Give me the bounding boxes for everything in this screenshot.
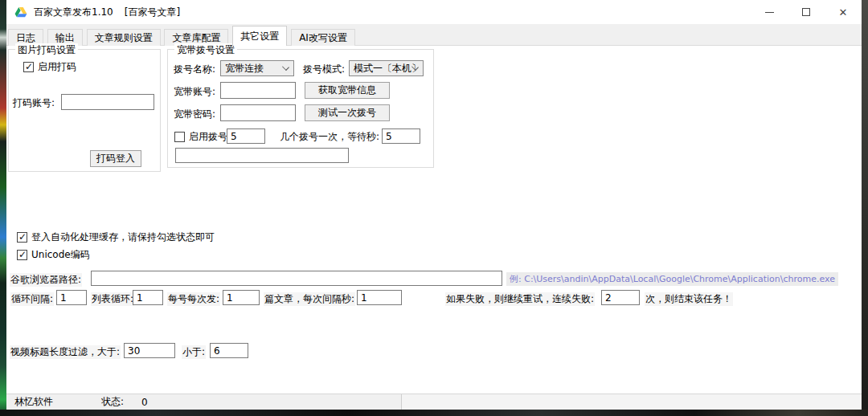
broadband-password-label: 宽带密码: xyxy=(173,108,216,121)
dial-mode-value: 模式一〔本机〕 xyxy=(354,62,421,75)
per-account-input[interactable] xyxy=(223,290,260,305)
window-subtitle: [百家号文章] xyxy=(125,6,180,19)
chrome-path-label: 谷歌浏览器路径: xyxy=(10,273,82,287)
test-dial-button[interactable]: 测试一次拨号 xyxy=(305,104,390,121)
dial-name-value: 宽带连接 xyxy=(225,62,264,75)
desktop-edge-bottom xyxy=(0,410,868,416)
dial-extra-input[interactable] xyxy=(175,148,349,163)
video-gt-input[interactable] xyxy=(124,343,175,358)
per-account-label: 每号每次发: xyxy=(167,292,220,306)
maximize-icon xyxy=(802,8,810,16)
login-cache-label: 登入自动化处理缓存，请保持勾选状态即可 xyxy=(31,230,215,244)
fail-count-input[interactable] xyxy=(601,290,640,305)
tab-other-settings[interactable]: 其它设置 xyxy=(232,26,287,46)
dial-wait-label: 几个拨号一次，等待秒: xyxy=(279,130,380,144)
minimize-icon xyxy=(765,12,774,13)
checkbox-icon xyxy=(23,62,34,72)
dial-mode-select[interactable]: 模式一〔本机〕 xyxy=(349,60,424,76)
dial-count-input[interactable] xyxy=(227,128,265,144)
close-button[interactable]: ✕ xyxy=(825,0,862,24)
enable-captcha-label: 启用打码 xyxy=(38,60,76,74)
window-title: 百家文章发布1.10 xyxy=(34,6,113,19)
per-article-input[interactable] xyxy=(357,290,402,305)
enable-dial-checkbox[interactable]: 启用拨号 xyxy=(174,130,227,144)
desktop-edge-left xyxy=(0,0,6,416)
per-article-label: 篇文章，每次间隔秒: xyxy=(264,292,355,306)
unicode-checkbox[interactable]: Unicode编码 xyxy=(17,248,90,262)
minimize-button[interactable] xyxy=(751,0,788,24)
unicode-label: Unicode编码 xyxy=(31,248,90,262)
loop-interval-input[interactable] xyxy=(56,290,87,305)
captcha-settings-group: 图片打码设置 启用打码 打码账号: 打码登入 xyxy=(8,49,161,172)
dial-name-select[interactable]: 宽带连接 xyxy=(220,60,294,76)
chevron-down-icon xyxy=(282,63,289,71)
checkbox-icon xyxy=(17,250,27,260)
checkbox-icon xyxy=(17,232,27,243)
login-cache-checkbox[interactable]: 登入自动化处理缓存，请保持勾选状态即可 xyxy=(17,230,215,244)
fail-suffix-label: 次，则结束该任务！ xyxy=(645,292,733,306)
maximize-button[interactable] xyxy=(788,0,825,24)
status-value: 0 xyxy=(141,397,148,408)
broadband-password-input[interactable] xyxy=(220,104,296,121)
other-settings-panel: 图片打码设置 启用打码 打码账号: 打码登入 宽带拨号设置 拨号名称: 宽带连接… xyxy=(6,46,862,394)
enable-dial-label: 启用拨号 xyxy=(189,130,227,144)
tab-bar: 日志 输出 文章规则设置 文章库配置 其它设置 AI改写设置 xyxy=(6,24,862,46)
tab-article-rules[interactable]: 文章规则设置 xyxy=(87,29,161,46)
dial-settings-group: 宽带拨号设置 拨号名称: 宽带连接 拨号模式: 模式一〔本机〕 宽带账号: 获取… xyxy=(167,49,434,168)
video-title-filter-label: 视频标题长度过滤，大于: xyxy=(10,345,121,359)
status-panel-left: 林忆软件 状态: 0 xyxy=(6,394,402,410)
dial-group-title: 宽带拨号设置 xyxy=(174,43,237,57)
fail-retry-label: 如果失败，则继续重试，连续失败: xyxy=(445,292,595,306)
video-lt-input[interactable] xyxy=(210,343,248,358)
close-icon: ✕ xyxy=(839,7,848,18)
chrome-path-input[interactable] xyxy=(91,271,502,286)
loop-interval-label: 循环间隔: xyxy=(10,292,54,306)
list-loop-input[interactable] xyxy=(133,290,163,305)
tab-ai-rewrite[interactable]: AI改写设置 xyxy=(291,29,355,46)
list-loop-label: 列表循环: xyxy=(91,292,134,306)
broadband-account-input[interactable] xyxy=(220,82,296,99)
captcha-account-label: 打码账号: xyxy=(12,96,55,110)
captcha-account-input[interactable] xyxy=(61,94,154,110)
title-bar: 百家文章发布1.10 [百家号文章] ✕ xyxy=(6,0,862,24)
status-label: 状态: xyxy=(101,395,124,409)
captcha-group-title: 图片打码设置 xyxy=(15,43,78,57)
app-window: 百家文章发布1.10 [百家号文章] ✕ 日志 输出 文章规则设置 文章库配置 … xyxy=(6,0,862,410)
dial-mode-label: 拨号模式: xyxy=(302,63,346,76)
broadband-account-label: 宽带账号: xyxy=(173,85,216,99)
dial-wait-input[interactable] xyxy=(382,128,420,144)
captcha-login-button[interactable]: 打码登入 xyxy=(90,150,141,167)
checkbox-icon xyxy=(174,132,185,142)
desktop-edge-right xyxy=(862,0,868,416)
get-broadband-info-button[interactable]: 获取宽带信息 xyxy=(305,82,390,99)
dial-name-label: 拨号名称: xyxy=(173,63,216,76)
app-icon xyxy=(14,6,27,18)
brand-label: 林忆软件 xyxy=(14,395,53,409)
status-bar: 林忆软件 状态: 0 xyxy=(6,394,862,410)
enable-captcha-checkbox[interactable]: 启用打码 xyxy=(23,60,76,74)
chrome-path-hint: 例: C:\Users\andin\AppData\Local\Google\C… xyxy=(506,272,838,286)
video-lt-label: 小于: xyxy=(182,345,206,359)
status-panel-right xyxy=(402,394,862,410)
